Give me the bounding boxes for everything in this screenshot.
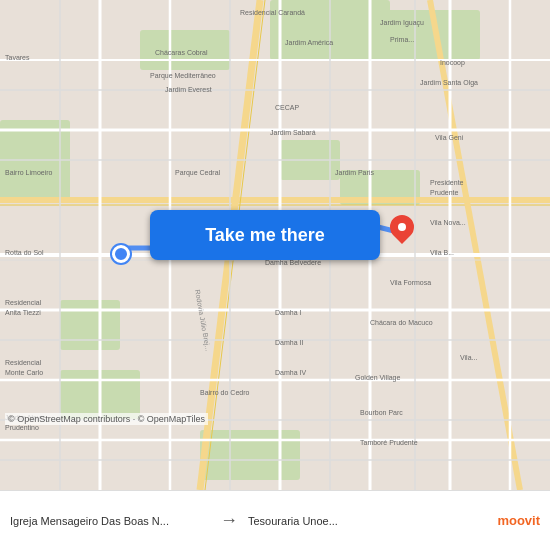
svg-text:Bairro do Cedro: Bairro do Cedro <box>200 389 250 396</box>
svg-text:Residencial: Residencial <box>5 359 42 366</box>
svg-text:Parque Cedral: Parque Cedral <box>175 169 221 177</box>
svg-text:Tamboré Prudente: Tamboré Prudente <box>360 439 418 446</box>
svg-text:Damha Belvedere: Damha Belvedere <box>265 259 321 266</box>
copyright-text: © OpenStreetMap contributors · © OpenMap… <box>5 413 208 425</box>
svg-text:Anita Tiezzi: Anita Tiezzi <box>5 309 41 316</box>
svg-text:Residencial Carandá: Residencial Carandá <box>240 9 305 16</box>
destination-marker <box>390 215 414 251</box>
take-me-there-button[interactable]: Take me there <box>150 210 380 260</box>
svg-text:Prudentino: Prudentino <box>5 424 39 431</box>
svg-text:Chácara do Macuco: Chácara do Macuco <box>370 319 433 326</box>
svg-text:Jardim Everest: Jardim Everest <box>165 86 212 93</box>
svg-text:Parque Mediterrâneo: Parque Mediterrâneo <box>150 72 216 80</box>
svg-text:CECAP: CECAP <box>275 104 299 111</box>
svg-text:Monte Carlo: Monte Carlo <box>5 369 43 376</box>
route-to-label: Tesouraria Unoe... <box>248 515 448 527</box>
svg-text:Vila B...: Vila B... <box>430 249 454 256</box>
svg-text:Vila Nova...: Vila Nova... <box>430 219 466 226</box>
svg-text:Golden Village: Golden Village <box>355 374 401 382</box>
svg-rect-7 <box>60 300 120 350</box>
svg-text:Jardim Sabará: Jardim Sabará <box>270 129 316 136</box>
origin-marker <box>112 245 130 263</box>
svg-text:Damha IV: Damha IV <box>275 369 306 376</box>
moovit-brand-text: moovit <box>497 513 540 528</box>
svg-text:Inocoop: Inocoop <box>440 59 465 67</box>
route-arrow-icon: → <box>220 510 238 531</box>
svg-text:Prudente: Prudente <box>430 189 459 196</box>
bottom-bar: Igreja Mensageiro Das Boas N... → Tesour… <box>0 490 550 550</box>
svg-text:Jardim Iguaçu: Jardim Iguaçu <box>380 19 424 27</box>
svg-text:Jardim Santa Olga: Jardim Santa Olga <box>420 79 478 87</box>
svg-text:Residencial: Residencial <box>5 299 42 306</box>
route-from-label: Igreja Mensageiro Das Boas N... <box>10 515 210 527</box>
svg-text:Vila...: Vila... <box>460 354 477 361</box>
svg-text:Rotta do Sol: Rotta do Sol <box>5 249 44 256</box>
svg-text:Vila Geni: Vila Geni <box>435 134 464 141</box>
svg-text:Bairro Limoeiro: Bairro Limoeiro <box>5 169 53 176</box>
map-container: Residencial Carandá Jardim América Jardi… <box>0 0 550 490</box>
svg-rect-9 <box>200 430 300 480</box>
svg-text:Jardim América: Jardim América <box>285 39 333 46</box>
svg-text:Bourbon Parc: Bourbon Parc <box>360 409 403 416</box>
svg-text:Tavares: Tavares <box>5 54 30 61</box>
route-info: Igreja Mensageiro Das Boas N... → Tesour… <box>0 510 550 531</box>
svg-rect-2 <box>380 10 480 60</box>
svg-text:Presidente: Presidente <box>430 179 464 186</box>
svg-text:Damha I: Damha I <box>275 309 302 316</box>
svg-text:Damha II: Damha II <box>275 339 303 346</box>
moovit-logo: moovit <box>497 513 540 528</box>
svg-text:Jardim Paris: Jardim Paris <box>335 169 374 176</box>
svg-text:Vila Formosa: Vila Formosa <box>390 279 431 286</box>
svg-text:Chácaras Cobral: Chácaras Cobral <box>155 49 208 56</box>
svg-text:Prima...: Prima... <box>390 36 414 43</box>
